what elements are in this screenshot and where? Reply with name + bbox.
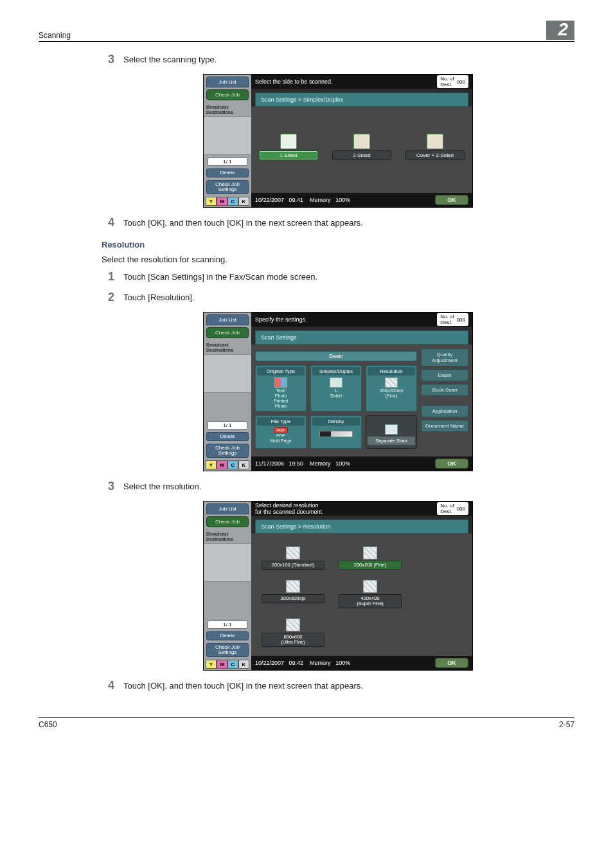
step-text: Select the scanning type. [123, 53, 217, 65]
page-footer-left: C650 [39, 720, 57, 729]
option-label: 400x400 (Super Fine) [339, 594, 402, 608]
dest-count-badge: No. of Dest. 000 [437, 75, 468, 88]
status-memory: Memory 100% [310, 197, 350, 203]
option-1-sided[interactable]: 1-Sided [259, 134, 318, 160]
check-job-button[interactable]: Check Job [206, 89, 249, 100]
tile-sub: 200x200dpi (Fine) [380, 388, 403, 399]
tile-simplex-duplex[interactable]: Simplex/Duplex 1- Sided [310, 365, 362, 411]
resolution-icon [363, 580, 377, 593]
tile-resolution[interactable]: Resolution 200x200dpi (Fine) [366, 365, 417, 411]
toner-levels: Y M C K [206, 660, 249, 669]
toner-y-icon: Y [206, 460, 217, 469]
resolution-option-600x600[interactable]: 600x600 (Ultra Fine) [262, 619, 324, 647]
resolution-icon [286, 580, 300, 593]
book-scan-button[interactable]: Book Scan [421, 384, 468, 396]
delete-button[interactable]: Delete [206, 432, 249, 441]
basic-tab[interactable]: Basic [255, 351, 417, 361]
option-label: 200x100 (Standard) [262, 561, 324, 570]
page-double-icon [353, 134, 370, 149]
option-cover-2-sided[interactable]: Cover + 2-Sided [405, 134, 465, 160]
resolution-option-200x200[interactable]: 200x200 (Fine) [339, 547, 402, 570]
resolution-icon [286, 619, 300, 631]
tile-head: Simplex/Duplex [312, 367, 360, 375]
destinations-list-area [204, 543, 251, 582]
panel-title: Specify the settings. [255, 316, 307, 323]
document-name-button[interactable]: Document Name [421, 420, 468, 432]
toner-k-icon: K [238, 197, 249, 206]
toner-m-icon: M [217, 460, 227, 469]
option-2-sided[interactable]: 2-Sided [332, 134, 391, 160]
step-text: Select the resolution. [123, 480, 201, 492]
status-date: 10/22/2007 09:41 [255, 197, 303, 203]
delete-button[interactable]: Delete [206, 168, 249, 177]
page-single-icon [280, 134, 297, 149]
resolution-heading: Resolution [102, 240, 574, 249]
erase-button[interactable]: Erase [421, 369, 468, 381]
status-date: 10/22/2007 09:42 [255, 660, 303, 666]
tile-head: File Type [257, 417, 305, 426]
destinations-list-area [204, 116, 251, 155]
check-job-button[interactable]: Check Job [206, 516, 249, 527]
resolution-icon [286, 547, 300, 559]
toner-y-icon: Y [206, 660, 217, 669]
pager: 1/ 1 [208, 158, 247, 166]
option-label: 1-Sided [259, 150, 318, 160]
check-job-settings-button[interactable]: Check Job Settings [206, 180, 249, 194]
tile-original-type[interactable]: Original Type Text/ Photo Printed Photo [255, 365, 306, 411]
panel-title: Select desired resolution for the scanne… [255, 502, 324, 515]
tile-separate-scan[interactable]: Separate Scan [366, 415, 417, 449]
quality-adjustment-button[interactable]: Quality Adjustment [421, 348, 468, 366]
toner-levels: Y M C K [206, 460, 249, 469]
resolution-option-200x100[interactable]: 200x100 (Standard) [262, 547, 324, 570]
ok-button[interactable]: OK [435, 458, 468, 469]
status-date: 11/17/2006 19:50 [255, 460, 303, 467]
tile-sub: PDF Multi Page [270, 433, 291, 444]
check-job-settings-button[interactable]: Check Job Settings [206, 444, 249, 458]
screenshot-scan-settings: Job List Check Job Broadcast Destination… [203, 312, 473, 471]
step-number: 4 [102, 217, 114, 228]
step-number: 4 [102, 680, 114, 691]
broadcast-destinations-label: Broadcast Destinations [204, 532, 251, 542]
toner-c-icon: C [227, 197, 238, 206]
tile-density[interactable]: Density [310, 415, 362, 449]
resolution-option-300x300[interactable]: 300x300dpi [262, 580, 324, 608]
toner-c-icon: C [227, 460, 238, 469]
page-header-left: Scanning [39, 31, 71, 40]
toner-k-icon: K [238, 460, 249, 469]
delete-button[interactable]: Delete [206, 631, 249, 640]
job-list-button[interactable]: Job List [206, 77, 249, 87]
toner-k-icon: K [238, 660, 249, 669]
toner-levels: Y M C K [206, 197, 249, 206]
check-job-button[interactable]: Check Job [206, 327, 249, 338]
breadcrumb: Scan Settings > Resolution [255, 520, 468, 534]
ok-button[interactable]: OK [435, 195, 468, 205]
step-text: Touch [OK], and then touch [OK] in the n… [123, 680, 363, 691]
resolution-intro: Select the resolution for scanning. [102, 255, 574, 264]
step-text: Touch [Scan Settings] in the Fax/Scan mo… [123, 271, 317, 282]
tile-sub: Text/ Photo Printed Photo [274, 388, 288, 409]
tile-file-type[interactable]: File Type PDF PDF Multi Page [255, 415, 306, 449]
toner-m-icon: M [217, 197, 227, 206]
resolution-icon [385, 377, 398, 388]
screenshot-simplex-duplex: Job List Check Job Broadcast Destination… [203, 74, 473, 208]
broadcast-destinations-label: Broadcast Destinations [204, 105, 251, 115]
tile-sub: 1- Sided [330, 388, 342, 399]
toner-m-icon: M [217, 660, 227, 669]
dest-count-badge: No. of Dest. 000 [437, 313, 468, 326]
option-label: Cover + 2-Sided [405, 150, 465, 160]
application-button[interactable]: Application [421, 405, 468, 417]
resolution-option-400x400[interactable]: 400x400 (Super Fine) [339, 580, 402, 608]
tile-head: Original Type [257, 367, 305, 375]
step-text: Touch [Resolution]. [123, 291, 195, 303]
job-list-button[interactable]: Job List [206, 314, 249, 325]
ok-button[interactable]: OK [435, 658, 468, 668]
check-job-settings-button[interactable]: Check Job Settings [206, 643, 249, 657]
toner-c-icon: C [227, 660, 238, 669]
step-number: 2 [102, 291, 114, 303]
broadcast-destinations-label: Broadcast Destinations [204, 343, 251, 353]
screenshot-resolution: Job List Check Job Broadcast Destination… [203, 501, 473, 671]
panel-title: Select the side to be scanned. [255, 78, 333, 85]
page-footer-right: 2-57 [559, 720, 574, 729]
job-list-button[interactable]: Job List [206, 503, 249, 514]
original-type-icon [274, 377, 287, 388]
